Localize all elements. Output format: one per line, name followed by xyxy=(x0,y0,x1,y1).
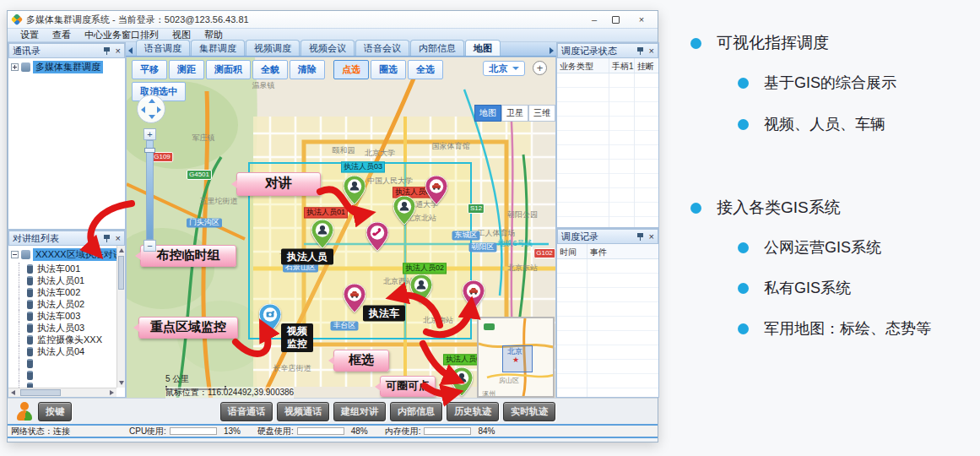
map-pin[interactable] xyxy=(259,304,281,333)
talkgroup-item[interactable]: 执法车003 xyxy=(8,310,125,322)
tab[interactable]: 视频会议 xyxy=(300,40,355,56)
city-dropdown[interactable]: 北京 xyxy=(483,61,525,76)
map-pin[interactable] xyxy=(463,280,485,309)
talkgroup-item[interactable] xyxy=(8,369,125,381)
scrollbar-thumb[interactable] xyxy=(20,389,61,396)
layer-button[interactable]: 三维 xyxy=(528,105,555,122)
call-action-button[interactable]: 建组对讲 xyxy=(333,402,386,421)
tab[interactable]: 集群调度 xyxy=(191,40,245,56)
close-icon[interactable]: × xyxy=(649,232,654,241)
tab[interactable]: 视频调度 xyxy=(246,40,300,56)
menu-item[interactable]: 设置 xyxy=(14,29,45,41)
map-tool-button[interactable]: 测距 xyxy=(169,60,204,79)
pan-left-icon[interactable] xyxy=(141,106,145,113)
talkgroup-item[interactable]: 执法车001 xyxy=(8,263,125,274)
tab-scroll-right-icon[interactable] xyxy=(550,47,554,54)
tab-scroll-left-icon[interactable] xyxy=(128,47,133,54)
pan-control[interactable] xyxy=(137,95,165,123)
scroll-left-icon[interactable] xyxy=(11,390,15,395)
layer-button[interactable]: 卫星 xyxy=(501,105,528,122)
talkgroup-item[interactable]: 监控摄像头XXX xyxy=(8,334,125,345)
expand-icon[interactable] xyxy=(11,63,19,71)
map-pin[interactable] xyxy=(451,367,473,396)
map-pin[interactable] xyxy=(410,274,432,303)
map-tool-button[interactable]: 平移 xyxy=(132,60,167,79)
tab[interactable]: 内部信息 xyxy=(410,40,464,56)
map-tool-button[interactable]: 全貌 xyxy=(252,60,288,79)
column-header[interactable]: 手柄1 xyxy=(609,58,635,73)
scroll-right-icon[interactable] xyxy=(110,390,114,395)
talkgroup-item[interactable] xyxy=(8,357,125,369)
column-header[interactable]: 时间 xyxy=(557,244,587,258)
horizontal-scrollbar[interactable] xyxy=(8,388,116,397)
bullet-icon xyxy=(738,78,749,89)
vertical-scrollbar[interactable] xyxy=(116,246,125,388)
zoom-slider[interactable]: + − xyxy=(143,128,156,252)
contacts-header: 通讯录 × xyxy=(8,43,125,58)
talkgroup-header: 对讲组列表 × xyxy=(8,231,125,246)
contacts-root[interactable]: 多媒体集群调度 xyxy=(8,58,125,75)
tab[interactable]: 语音调度 xyxy=(136,40,190,56)
call-action-button[interactable]: 历史轨迹 xyxy=(447,402,499,421)
map-pin[interactable] xyxy=(344,176,365,204)
column-header[interactable]: 挂断 xyxy=(635,58,658,73)
map-label: 军庄镇 xyxy=(192,133,215,143)
tab[interactable]: 地图 xyxy=(465,40,501,56)
column-header[interactable]: 事件 xyxy=(587,244,658,258)
map-view[interactable]: 温泉镇颐和园北京大学国家体育馆中国人民大学交通大学北京北站朝阳公园工人体育场东城… xyxy=(126,57,556,399)
call-action-button[interactable]: 语音通话 xyxy=(220,402,273,421)
scroll-down-icon[interactable] xyxy=(119,381,124,385)
tab[interactable]: 语音会议 xyxy=(355,40,409,56)
pin-icon[interactable] xyxy=(104,234,110,242)
menu-item[interactable]: 查看 xyxy=(46,29,77,41)
pan-right-icon[interactable] xyxy=(157,106,161,113)
pan-down-icon[interactable] xyxy=(149,115,155,119)
memory-value: 84% xyxy=(478,426,503,436)
column-header[interactable]: 业务类型 xyxy=(557,58,609,73)
map-pin[interactable] xyxy=(393,196,415,225)
layer-button[interactable]: 地图 xyxy=(474,105,501,122)
close-icon[interactable]: × xyxy=(649,46,654,55)
talkgroup-item[interactable]: 执法人员02 xyxy=(8,298,125,310)
overview-minimap[interactable]: 北京 ★ 房山区 涿州 xyxy=(477,317,555,398)
close-icon[interactable]: × xyxy=(116,46,121,55)
map-zoom-in-button[interactable]: + xyxy=(533,61,547,75)
map-tool-button[interactable]: 全选 xyxy=(408,60,443,79)
scroll-up-icon[interactable] xyxy=(119,248,124,252)
map-tool-button[interactable]: 测面积 xyxy=(206,60,251,79)
zoom-out-icon[interactable]: − xyxy=(143,240,156,252)
map-label: 国家体育馆 xyxy=(432,142,470,151)
talkgroup-root[interactable]: XXXXX区域执法对讲组 xyxy=(8,246,125,263)
restore-button[interactable] xyxy=(612,16,624,24)
call-action-button[interactable]: 实时轨迹 xyxy=(503,402,555,421)
minimize-button[interactable]: – xyxy=(588,14,600,24)
map-tool-button[interactable]: 清除 xyxy=(290,60,325,79)
pan-up-icon[interactable] xyxy=(149,99,155,103)
pin-icon[interactable] xyxy=(104,46,110,55)
app-logo-icon xyxy=(11,14,23,25)
collapse-icon[interactable] xyxy=(11,251,19,258)
pin-icon[interactable] xyxy=(637,232,643,241)
keypad-button[interactable]: 按键 xyxy=(38,402,72,421)
scrollbar-thumb[interactable] xyxy=(118,256,124,290)
map-pin[interactable] xyxy=(366,222,388,251)
map-tool-button[interactable]: 圈选 xyxy=(371,60,406,79)
map-tool-button[interactable]: 点选 xyxy=(333,60,369,79)
call-action-button[interactable]: 内部信息 xyxy=(390,402,442,421)
map-pin[interactable] xyxy=(311,220,333,248)
talkgroup-item[interactable]: 执法车002 xyxy=(8,286,125,298)
zoom-handle[interactable] xyxy=(144,148,155,153)
call-action-button[interactable]: 视频通话 xyxy=(277,402,329,421)
bullet-icon xyxy=(738,119,749,130)
close-icon[interactable]: × xyxy=(116,234,121,242)
talkgroup-title: 对讲组列表 xyxy=(13,232,104,245)
talkgroup-item[interactable]: 执法人员01 xyxy=(8,274,125,286)
close-button[interactable]: × xyxy=(636,14,647,24)
talkgroup-item[interactable]: 执法人员03 xyxy=(8,322,125,334)
restore-icon xyxy=(612,16,620,24)
map-pin[interactable] xyxy=(425,176,447,204)
pin-icon[interactable] xyxy=(637,46,643,55)
zoom-track[interactable] xyxy=(146,140,154,240)
talkgroup-item[interactable]: 执法人员04 xyxy=(8,345,125,357)
zoom-in-icon[interactable]: + xyxy=(143,128,156,140)
